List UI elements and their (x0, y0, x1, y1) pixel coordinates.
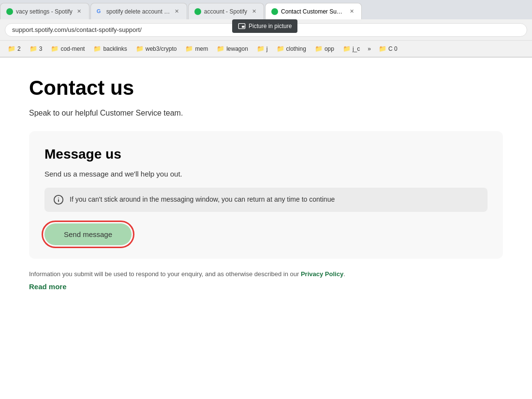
bookmark-label: backlinks (103, 45, 127, 52)
folder-icon: 📁 (185, 45, 193, 52)
bookmark-jc[interactable]: 📁 j_c (339, 44, 364, 54)
bookmark-j[interactable]: 📁 j (253, 44, 272, 54)
bookmark-label: j (266, 45, 268, 52)
spotify-favicon-icon (194, 8, 201, 15)
info-notice: If you can't stick around in the messagi… (44, 188, 488, 212)
tab-label: vacy settings - Spotify (16, 8, 73, 15)
folder-icon: 📁 (93, 45, 101, 52)
bookmark-label: C 0 (388, 45, 398, 52)
privacy-policy-link[interactable]: Privacy Policy (301, 270, 343, 278)
tab-close-button[interactable]: ✕ (75, 8, 83, 15)
tab-close-button[interactable]: ✕ (250, 8, 258, 15)
pip-tooltip: Picture in picture (232, 19, 297, 33)
bookmark-opp[interactable]: 📁 opp (311, 44, 338, 54)
bookmark-mem[interactable]: 📁 mem (181, 44, 212, 54)
folder-icon: 📁 (30, 45, 37, 52)
bookmark-cod-ment[interactable]: 📁 cod-ment (47, 44, 89, 54)
footer-text-after-link: . (343, 270, 345, 278)
pip-tooltip-text: Picture in picture (249, 23, 292, 30)
card-description: Send us a message and we'll help you out… (44, 170, 488, 178)
svg-rect-1 (242, 26, 244, 28)
google-favicon-icon: G (97, 8, 103, 15)
bookmark-label: clothing (286, 45, 306, 52)
tab-close-button[interactable]: ✕ (173, 8, 181, 15)
folder-icon: 📁 (257, 45, 265, 52)
tab-account-spotify[interactable]: account - Spotify ✕ Picture in picture (188, 3, 264, 19)
page-subtitle: Speak to our helpful Customer Service te… (29, 109, 503, 118)
bookmark-label: cod-ment (60, 45, 85, 52)
folder-icon: 📁 (217, 45, 224, 52)
tab-privacy-settings[interactable]: vacy settings - Spotify ✕ (0, 3, 89, 19)
bookmark-web3[interactable]: 📁 web3/crypto (132, 44, 181, 54)
pip-icon (238, 22, 246, 30)
tab-google-search[interactable]: G spotify delete account - Goog... ✕ (90, 3, 187, 19)
message-card: Message us Send us a message and we'll h… (29, 131, 503, 259)
folder-icon: 📁 (277, 45, 284, 52)
bookmark-label: lewagon (226, 45, 248, 52)
bookmark-backlinks[interactable]: 📁 backlinks (89, 44, 131, 54)
folder-icon: 📁 (8, 45, 15, 52)
folder-icon: 📁 (136, 45, 144, 52)
send-button-wrapper: Send message (44, 223, 132, 245)
page-title: Contact us (29, 77, 503, 99)
card-title: Message us (44, 147, 488, 162)
bookmarks-bar: 📁 2 📁 3 📁 cod-ment 📁 backlinks 📁 web3/cr… (0, 41, 532, 57)
bookmark-label: 2 (17, 45, 21, 52)
browser-chrome: vacy settings - Spotify ✕ G spotify dele… (0, 0, 532, 58)
footer-text-before-link: Information you submit will be used to r… (29, 270, 301, 278)
folder-icon: 📁 (343, 45, 351, 52)
info-circle-icon (53, 194, 64, 205)
read-more-link[interactable]: Read more (29, 282, 67, 291)
bookmark-clothing[interactable]: 📁 clothing (273, 44, 310, 54)
folder-icon: 📁 (51, 45, 59, 52)
bookmark-label: opp (325, 45, 334, 52)
tab-contact-support[interactable]: Contact Customer Support - S ✕ (265, 3, 362, 19)
bookmark-3[interactable]: 📁 3 (26, 44, 46, 54)
bookmark-label: 3 (39, 45, 43, 52)
send-message-button[interactable]: Send message (44, 223, 132, 245)
bookmarks-more-button[interactable]: » (365, 44, 374, 54)
bookmark-lewagon[interactable]: 📁 lewagon (213, 44, 252, 54)
bookmark-label: mem (195, 45, 208, 52)
tab-label: Contact Customer Support - S (281, 8, 345, 15)
folder-icon: 📁 (379, 45, 386, 52)
spotify-favicon-icon (6, 8, 13, 15)
info-notice-text: If you can't stick around in the messagi… (70, 195, 335, 205)
tab-label: account - Spotify (204, 8, 247, 15)
tab-close-button[interactable]: ✕ (348, 8, 355, 15)
bookmark-2[interactable]: 📁 2 (4, 44, 25, 54)
folder-icon: 📁 (315, 45, 323, 52)
bookmark-label: j_c (353, 45, 360, 52)
page-content: Contact us Speak to our helpful Customer… (0, 58, 532, 399)
bookmark-c0[interactable]: 📁 C 0 (375, 44, 401, 54)
tab-label: spotify delete account - Goog... (106, 8, 170, 15)
spotify-favicon-icon (271, 8, 278, 15)
tab-bar: vacy settings - Spotify ✕ G spotify dele… (0, 0, 532, 19)
bookmark-label: web3/crypto (146, 45, 177, 52)
footer-info: Information you submit will be used to r… (29, 270, 503, 278)
